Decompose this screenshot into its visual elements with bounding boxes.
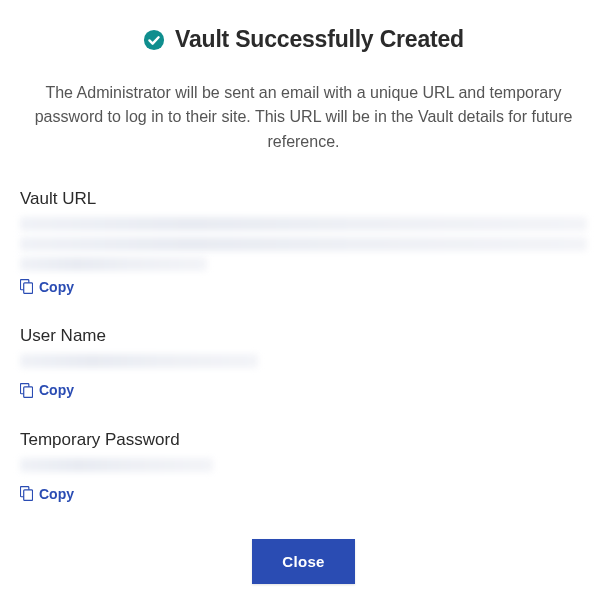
temporary-password-field: Temporary Password Copy — [20, 430, 587, 506]
close-button[interactable]: Close — [252, 539, 354, 584]
temporary-password-value — [20, 458, 587, 478]
copy-temporary-password-button[interactable]: Copy — [20, 486, 74, 502]
copy-vault-url-button[interactable]: Copy — [20, 279, 74, 295]
svg-rect-2 — [24, 283, 33, 294]
temporary-password-label: Temporary Password — [20, 430, 587, 450]
svg-point-0 — [144, 29, 164, 49]
user-name-value — [20, 354, 587, 374]
svg-rect-4 — [24, 387, 33, 398]
copy-user-name-button[interactable]: Copy — [20, 382, 74, 398]
vault-url-field: Vault URL Copy — [20, 189, 587, 299]
dialog-title: Vault Successfully Created — [175, 26, 464, 53]
copy-label: Copy — [39, 382, 74, 398]
user-name-label: User Name — [20, 326, 587, 346]
header-inner: Vault Successfully Created — [143, 26, 464, 53]
dialog-header: Vault Successfully Created — [20, 26, 587, 55]
copy-icon — [20, 486, 33, 501]
success-check-icon — [143, 29, 165, 51]
copy-label: Copy — [39, 279, 74, 295]
vault-url-value — [20, 217, 587, 271]
dialog-footer: Close — [20, 539, 587, 584]
vault-url-label: Vault URL — [20, 189, 587, 209]
dialog-description: The Administrator will be sent an email … — [20, 81, 587, 155]
svg-rect-6 — [24, 490, 33, 501]
copy-label: Copy — [39, 486, 74, 502]
copy-icon — [20, 383, 33, 398]
user-name-field: User Name Copy — [20, 326, 587, 402]
copy-icon — [20, 279, 33, 294]
